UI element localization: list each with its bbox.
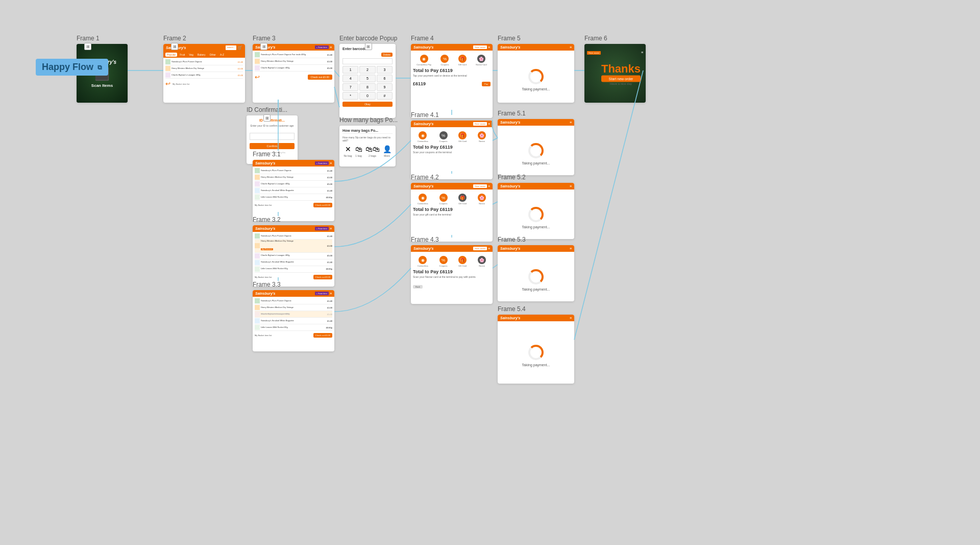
nav-az[interactable]: A-Z xyxy=(218,53,226,57)
frame43-store-btn[interactable]: Store assist xyxy=(473,247,487,250)
f3-price-3: £5.00 xyxy=(327,67,332,69)
happy-flow-text: Happy Flow xyxy=(42,62,93,73)
bags-no-bag[interactable]: ✕ No bag xyxy=(344,145,352,157)
f43-contactless[interactable]: ◉ Contactless xyxy=(418,256,428,267)
barcode-icon[interactable]: ⊞ xyxy=(365,43,372,50)
id-icon[interactable]: ⊞ xyxy=(263,114,271,122)
key-0[interactable]: 0 xyxy=(359,92,375,100)
frame54-paying: Taking payment... xyxy=(498,321,574,384)
frame42-store-btn[interactable]: Store assist xyxy=(473,184,487,188)
f4-total-2: £6119 xyxy=(413,81,426,86)
f3-price-1: £1.40 xyxy=(327,54,332,56)
key-4[interactable]: 4 xyxy=(342,75,358,82)
nav-veg[interactable]: Veg xyxy=(187,53,195,57)
id-confirm-btn[interactable]: Confirm xyxy=(250,143,295,149)
key-6[interactable]: 6 xyxy=(377,75,393,82)
f41-contactless[interactable]: ◉ Contactless xyxy=(418,131,428,143)
f31-img-4 xyxy=(255,188,260,193)
frame54-header: Sainsbury's ≡ xyxy=(498,315,574,321)
frame54-wrapper: Frame 5.4 Sainsbury's ≡ Taking payment..… xyxy=(498,305,526,315)
key-1[interactable]: 1 xyxy=(342,66,358,74)
key-star[interactable]: * xyxy=(342,92,358,100)
f32-info-4: Sainsbury's Smoked White Baguette xyxy=(261,261,326,264)
f32-price-1: £1.40 xyxy=(327,235,332,238)
f32-info-2: Henry Western Medium Dry Vintage Age Res… xyxy=(261,240,326,252)
f42-nectar[interactable]: 🌸 Nectar xyxy=(478,194,486,205)
frame2-bottom: ↩ My Basket item list xyxy=(163,80,245,88)
frame42: Sainsbury's Store assist ≡ ◉ Contactless… xyxy=(411,183,493,242)
frame32-checkout[interactable]: Check out £0.00 xyxy=(313,275,332,279)
pay-nectar[interactable]: 🌸 Nectar Card xyxy=(476,55,487,66)
f43-gift[interactable]: 🎁 Gift Card xyxy=(458,256,467,267)
key-hash[interactable]: # xyxy=(377,92,393,100)
frame2-back-icon[interactable]: ↩ xyxy=(165,80,170,87)
nav-other[interactable]: Other xyxy=(208,53,217,57)
pay-gift[interactable]: 🎁 Gift Card xyxy=(458,55,467,66)
frame32-scan-btn[interactable]: + Scan item xyxy=(315,227,329,230)
frame3-icon[interactable]: ⊞ xyxy=(260,43,267,50)
frame43: Sainsbury's Store assist ≡ ◉ Contactless… xyxy=(411,245,493,304)
bags-1[interactable]: 🛍 1 bag xyxy=(355,145,362,157)
product-row-2: Henry Western Medium Dry Vintage £1.00 xyxy=(165,65,243,72)
frame6-menu: ≡ xyxy=(641,51,643,54)
f41-gift[interactable]: 🎁 Gift Card xyxy=(458,131,467,143)
frame6-nice-day-btn[interactable]: Start new order xyxy=(601,75,641,82)
product-price-3: £5.00 xyxy=(238,74,243,77)
id-input-field[interactable] xyxy=(250,133,295,140)
f41-nectar[interactable]: 🌸 Nectar xyxy=(478,131,486,143)
f31-info-1: Sainsbury's Plum Punnet Organic xyxy=(261,170,326,172)
key-9[interactable]: 9 xyxy=(377,83,393,91)
product-price-1: £1.40 xyxy=(238,61,243,63)
f41-gift-label: Gift Card xyxy=(458,140,467,143)
frame33-scan-btn[interactable]: + Scan item xyxy=(315,292,329,295)
frame4-total: ◉ Contactless Pay % Coupons 🎁 Gift Card … xyxy=(411,51,493,88)
bags-person[interactable]: 👤 More xyxy=(383,145,391,157)
f33-p5: Little Leaves Wild Rocket 60g £0.60p xyxy=(255,324,332,331)
frame2-icon[interactable]: ⊞ xyxy=(171,43,178,50)
key-5[interactable]: 5 xyxy=(359,75,375,82)
nav-popular[interactable]: Popular xyxy=(165,53,177,57)
f32-img-3 xyxy=(255,253,260,258)
frame4-store-btn[interactable]: Store assist xyxy=(473,45,487,49)
okay-btn[interactable]: Okay xyxy=(342,102,393,107)
f3-name-1: Sainsbury's Plum Punnet Organic Fair tra… xyxy=(261,54,326,56)
pay-contactless[interactable]: ◉ Contactless Pay xyxy=(416,55,431,66)
key-3[interactable]: 3 xyxy=(377,66,393,74)
frame31-checkout[interactable]: Check out £0.00 xyxy=(313,203,332,207)
frame41-store-btn[interactable]: Store assist xyxy=(473,122,487,126)
f42-coupons[interactable]: % Coupons xyxy=(439,194,448,205)
frame3-back-icon[interactable]: ↩ xyxy=(255,74,260,81)
frame33-checkout[interactable]: Check out £0.00 xyxy=(313,333,332,338)
frame2-cart-icon: 🛒 xyxy=(237,45,242,50)
frame3-scan-btn[interactable]: + Scan item xyxy=(315,45,329,49)
happy-flow-label[interactable]: Happy Flow ⧉ xyxy=(36,59,108,76)
f42-contactless[interactable]: ◉ Contactless xyxy=(418,194,428,205)
f43-coupons[interactable]: % Coupons xyxy=(439,256,448,267)
barcode-input-display[interactable] xyxy=(342,58,393,64)
f42-gift[interactable]: 🎁 Gift Card xyxy=(458,194,467,205)
product-info-1: Sainsbury's Plum Punnet Organic xyxy=(172,61,237,63)
frame6-store-btn[interactable]: Store assist xyxy=(587,51,601,55)
f4-pay-btn[interactable]: Pay xyxy=(482,82,491,86)
frame53-logo: Sainsbury's xyxy=(500,247,520,250)
bags-wrapper: How many bags Po... How many bags Po... … xyxy=(339,116,398,126)
f41-coupons[interactable]: % Coupons xyxy=(439,131,448,143)
nav-fruit[interactable]: Fruit xyxy=(178,53,186,57)
frame31-scan-btn[interactable]: + Scan item xyxy=(315,161,329,165)
bags-2[interactable]: 🛍🛍 2 bags xyxy=(365,145,380,157)
key-7[interactable]: 7 xyxy=(342,83,358,91)
f43-back-btn[interactable]: Back xyxy=(413,285,423,289)
delete-btn[interactable]: Delete xyxy=(381,53,393,57)
nav-bakery[interactable]: Bakery xyxy=(196,53,207,57)
f32-img-2 xyxy=(255,243,260,248)
key-8[interactable]: 8 xyxy=(359,83,375,91)
frame4-header: Sainsbury's Store assist ≡ xyxy=(411,44,493,51)
pay-coupons[interactable]: % Coupons xyxy=(440,55,449,66)
f32-price-4: £1.40 xyxy=(327,261,332,264)
frame1-icon[interactable]: ⊞ xyxy=(84,43,91,50)
product-info-3: Charlie Bigham's Lasagne 400g xyxy=(172,74,237,77)
frame2-search[interactable]: search... xyxy=(226,45,236,50)
key-2[interactable]: 2 xyxy=(359,66,375,74)
f43-nectar[interactable]: 🌸 Nectar xyxy=(478,256,486,267)
frame3-checkout-btn[interactable]: Check out £0.00 xyxy=(308,75,332,80)
